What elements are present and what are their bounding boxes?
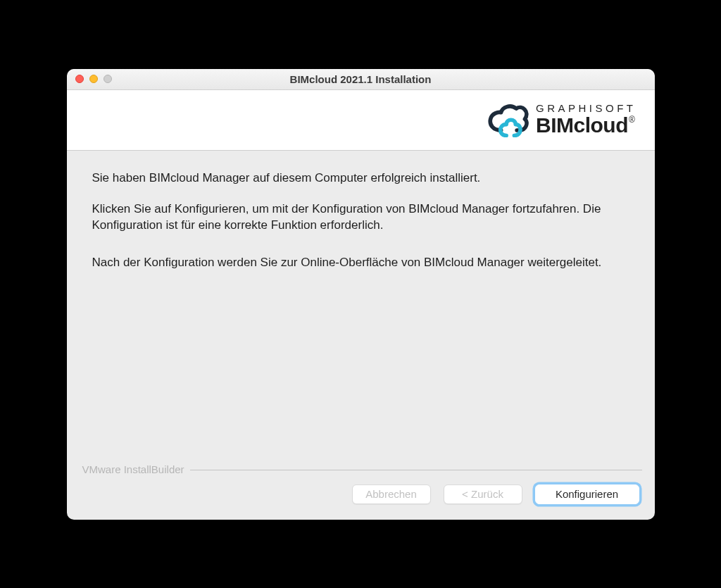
paragraph-instruction: Klicken Sie auf Konfigurieren, um mit de… [92, 201, 629, 234]
bimcloud-logo-icon [487, 102, 529, 137]
close-window-button[interactable] [75, 75, 84, 83]
paragraph-success: Sie haben BIMcloud Manager auf diesem Co… [92, 170, 629, 187]
builder-divider: VMware InstallBuilder [80, 463, 642, 476]
registered-mark: ® [629, 115, 634, 125]
content-area: Sie haben BIMcloud Manager auf diesem Co… [67, 151, 655, 463]
window-title: BIMcloud 2021.1 Installation [67, 73, 655, 85]
minimize-window-button[interactable] [89, 75, 98, 83]
logo-area: GRAPHISOFT BIMcloud® [67, 90, 655, 151]
paragraph-redirect: Nach der Konfiguration werden Sie zur On… [92, 255, 629, 271]
logo-brand-main: BIMcloud® [536, 114, 637, 137]
window-controls [67, 75, 112, 83]
configure-button[interactable]: Konfigurieren [535, 484, 639, 504]
button-row: Abbrechen < Zurück Konfigurieren [67, 484, 655, 520]
installer-window: BIMcloud 2021.1 Installation GRAPHISOFT … [67, 69, 655, 520]
builder-label: VMware InstallBuilder [80, 463, 190, 475]
logo-text: GRAPHISOFT BIMcloud® [536, 103, 637, 136]
titlebar: BIMcloud 2021.1 Installation [67, 69, 655, 90]
logo-brand-top: GRAPHISOFT [536, 103, 637, 114]
maximize-window-button [104, 75, 112, 83]
back-button: < Zurück [444, 484, 522, 504]
logo-brand-main-text: BIMcloud [536, 113, 628, 137]
cancel-button: Abbrechen [352, 484, 431, 504]
